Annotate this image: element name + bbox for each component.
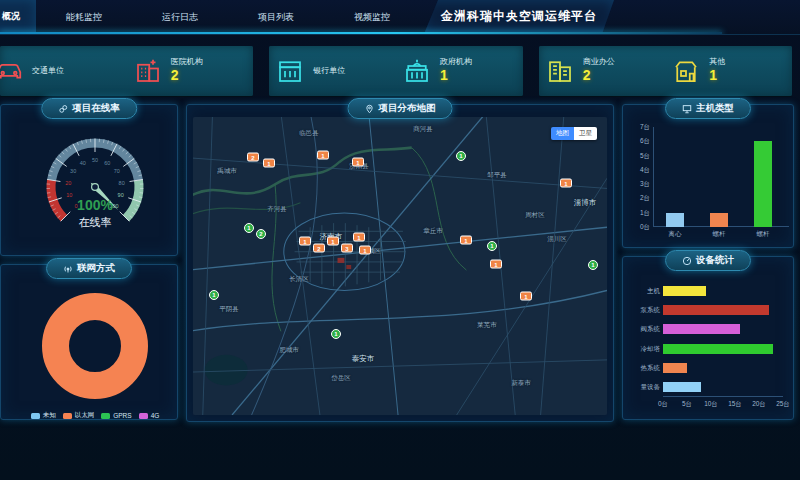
map-label: 周村区 bbox=[525, 211, 545, 220]
row-label-热系统: 热系统 bbox=[641, 364, 661, 373]
tab-projects[interactable]: 项目列表 bbox=[242, 0, 310, 34]
y-tick-label: 6台 bbox=[640, 137, 650, 146]
map-label: 莱芜市 bbox=[477, 321, 497, 330]
map-marker[interactable]: 1 bbox=[352, 158, 364, 167]
x-tick-label: 10台 bbox=[704, 400, 718, 409]
stat-value: 2 bbox=[583, 67, 615, 85]
stat-value: 1 bbox=[709, 67, 725, 85]
host-type-bar-chart: 0台1台2台3台4台5台6台7台离心螺杆螺杆 bbox=[653, 127, 785, 227]
tab-video[interactable]: 视频监控 bbox=[338, 0, 406, 34]
link-icon bbox=[58, 104, 68, 114]
legend-item-未知[interactable]: 未知 bbox=[31, 411, 56, 420]
legend-swatch bbox=[31, 413, 40, 419]
map-marker[interactable]: 2 bbox=[313, 244, 325, 253]
map-marker[interactable]: 1 bbox=[588, 260, 598, 270]
map-marker[interactable]: 1 bbox=[327, 237, 339, 246]
map-marker[interactable]: 1 bbox=[487, 241, 497, 251]
gauge-value: 100% bbox=[7, 197, 183, 213]
panel-map-title: 项目分布地图 bbox=[348, 98, 453, 119]
x-tick-label: 0台 bbox=[658, 400, 668, 409]
map-canvas[interactable]: 禹城市临邑县商河县济阳县齐河县邹平县周村区淄川区章丘市济南市历城区长清区平阴县肥… bbox=[193, 117, 607, 415]
bar-热系统 bbox=[663, 363, 687, 373]
map-marker[interactable]: 1 bbox=[456, 151, 466, 161]
gauge-tick-label: 70 bbox=[114, 168, 120, 174]
tab-overview-label: 概况 bbox=[2, 10, 20, 23]
map-label: 章丘市 bbox=[423, 227, 443, 236]
map-marker[interactable]: 3 bbox=[341, 244, 353, 253]
tab-logs[interactable]: 运行日志 bbox=[146, 0, 214, 34]
map-marker[interactable]: 1 bbox=[520, 292, 532, 301]
x-axis bbox=[663, 396, 783, 397]
y-axis bbox=[653, 127, 654, 227]
stat-card-office-other: 商业办公 2 其他 1 bbox=[539, 46, 792, 96]
y-tick-label: 2台 bbox=[640, 194, 650, 203]
map-marker[interactable]: 1 bbox=[299, 237, 311, 246]
x-category-label: 螺杆 bbox=[713, 230, 726, 239]
map-marker[interactable]: 1 bbox=[560, 179, 572, 188]
legend-item-4G[interactable]: 4G bbox=[139, 411, 160, 420]
main-content: 项目在线率 0102030405060708090100 100% 在线率 联网… bbox=[0, 104, 794, 420]
x-tick-label: 15台 bbox=[728, 400, 742, 409]
map-marker[interactable]: 1 bbox=[359, 246, 371, 255]
stat-hospital: 医院机构 2 bbox=[127, 56, 254, 86]
map-marker[interactable]: 1 bbox=[353, 233, 365, 242]
y-tick-label: 1台 bbox=[640, 208, 650, 217]
map-label: 禹城市 bbox=[217, 167, 237, 176]
tab-overview[interactable]: 概况 bbox=[0, 0, 36, 34]
map-label: 淄川区 bbox=[547, 235, 567, 244]
government-icon bbox=[402, 56, 432, 86]
legend-item-GPRS[interactable]: GPRS bbox=[101, 411, 131, 420]
map-marker[interactable]: 2 bbox=[247, 153, 259, 162]
legend-swatch bbox=[63, 413, 72, 419]
bar-冷却塔 bbox=[663, 344, 773, 354]
monitor-icon bbox=[682, 104, 692, 114]
top-nav: 概况 能耗监控 运行日志 项目列表 视频监控 金洲科瑞中央空调运维平台 bbox=[0, 0, 800, 35]
stat-transport: 交通单位 bbox=[0, 56, 127, 86]
stat-label: 商业办公 bbox=[583, 57, 615, 67]
map-marker[interactable]: 1 bbox=[490, 260, 502, 269]
stat-label: 政府机构 bbox=[440, 57, 472, 67]
panel-device-title: 设备统计 bbox=[665, 250, 751, 271]
map-label: 临邑县 bbox=[299, 129, 319, 138]
legend-swatch bbox=[139, 413, 148, 419]
gauge-tick-label: 40 bbox=[80, 160, 86, 166]
bar-离心 bbox=[666, 213, 684, 227]
map-label: 岱岳区 bbox=[331, 374, 351, 383]
map-marker[interactable]: 1 bbox=[331, 329, 341, 339]
gauge-tick-label: 30 bbox=[70, 168, 76, 174]
map-marker[interactable]: 1 bbox=[317, 151, 329, 160]
map-label: 肥城市 bbox=[279, 346, 299, 355]
left-column: 项目在线率 0102030405060708090100 100% 在线率 联网… bbox=[0, 104, 178, 420]
legend-label: 以太网 bbox=[75, 411, 95, 420]
app-title-box: 金洲科瑞中央空调运维平台 bbox=[424, 0, 614, 34]
shop-icon bbox=[671, 56, 701, 86]
gauge-tick-label: 80 bbox=[119, 180, 125, 186]
bar-量设备 bbox=[663, 382, 701, 392]
y-tick-label: 3台 bbox=[640, 180, 650, 189]
stat-other: 其他 1 bbox=[665, 56, 792, 86]
map-label: 长清区 bbox=[289, 275, 309, 284]
map-mode-button[interactable]: 地图 bbox=[551, 127, 574, 140]
hospital-icon bbox=[133, 56, 163, 86]
panel-project-map: 项目分布地图 bbox=[186, 104, 614, 422]
map-overlay: 禹城市临邑县商河县济阳县齐河县邹平县周村区淄川区章丘市济南市历城区长清区平阴县肥… bbox=[193, 117, 607, 415]
legend-item-以太网[interactable]: 以太网 bbox=[63, 411, 95, 420]
donut-ring bbox=[42, 293, 148, 399]
map-marker[interactable]: 1 bbox=[263, 159, 275, 168]
map-marker[interactable]: 2 bbox=[256, 229, 266, 239]
map-marker[interactable]: 1 bbox=[244, 223, 254, 233]
y-tick-label: 7台 bbox=[640, 123, 650, 132]
tab-energy[interactable]: 能耗监控 bbox=[50, 0, 118, 34]
center-column: 项目分布地图 bbox=[186, 104, 614, 420]
stat-label: 其他 bbox=[709, 57, 725, 67]
network-donut-chart: 未知以太网GPRS4G bbox=[7, 279, 183, 433]
map-marker[interactable]: 1 bbox=[209, 290, 219, 300]
map-label: 邹平县 bbox=[487, 171, 507, 180]
map-marker[interactable]: 1 bbox=[460, 236, 472, 245]
stat-office: 商业办公 2 bbox=[539, 56, 666, 86]
row-label-量设备: 量设备 bbox=[641, 383, 661, 392]
gauge-chart: 0102030405060708090100 100% 在线率 bbox=[7, 119, 183, 269]
satellite-mode-button[interactable]: 卫星 bbox=[574, 127, 597, 140]
legend-swatch bbox=[101, 413, 110, 419]
panel-network-title: 联网方式 bbox=[46, 258, 132, 279]
